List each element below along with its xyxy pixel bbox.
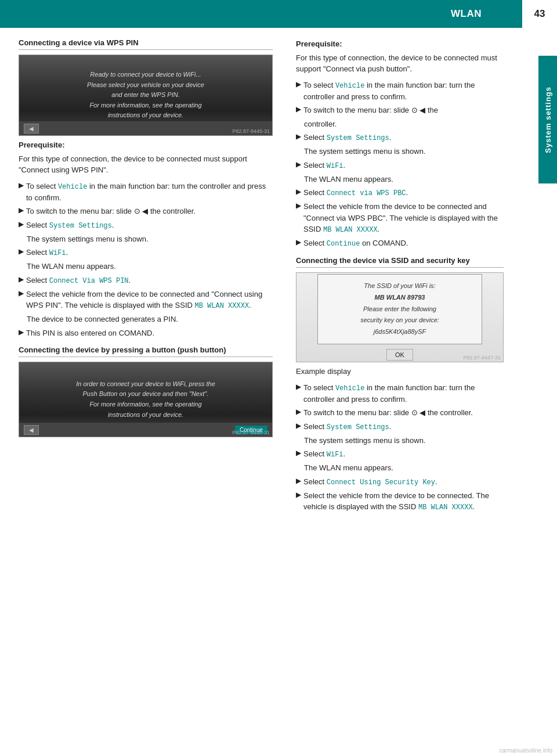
side-tab: System settings xyxy=(538,56,557,183)
bullet-pin-comand: ▶ This PIN is also entered on COMAND. xyxy=(19,327,273,339)
screenshot-ssid: The SSID of your WiFi is: MB WLAN 89793 … xyxy=(296,272,504,362)
ssid-title: The SSID of your WiFi is: xyxy=(364,282,435,289)
sub-system-settings-r2: The system settings menu is shown. xyxy=(304,435,504,447)
bullet-connect-pbc-text: Select Connect via WPS PBC. xyxy=(303,187,408,199)
bullet-system-settings-r2-text: Select System Settings. xyxy=(303,421,391,433)
prerequisite-text-2: For this type of connection, the device … xyxy=(296,52,504,75)
sub-pin-generated: The device to be connected generates a P… xyxy=(27,314,273,325)
section-push-button-heading: Connecting the device by pressing a butt… xyxy=(19,345,273,357)
code-connect-security-key: Connect Using Security Key xyxy=(327,478,435,487)
bullet-wifi-r2: ▶ Select WiFi. xyxy=(296,448,504,460)
arrow-icon-r12: ▶ xyxy=(296,477,301,485)
code-mb-wlan-1: MB WLAN XXXXX xyxy=(195,302,249,310)
sub-system-settings-r1: The system settings menu is shown. xyxy=(304,146,504,157)
bullet-select-vehicle-r2-text: Select the vehicle from the device to be… xyxy=(303,490,504,513)
arrow-icon-r6: ▶ xyxy=(296,201,301,210)
bullet-connect-pbc: ▶ Select Connect via WPS PBC. xyxy=(296,187,504,199)
bullet-select-vehicle-1-text: Select the vehicle from the device to be… xyxy=(26,289,273,312)
bullet-wifi-r1-text: Select WiFi. xyxy=(303,160,345,171)
arrow-icon-r3: ▶ xyxy=(296,132,301,141)
content-area: Connecting a device via WPS PIN Ready to… xyxy=(0,28,557,527)
arrow-icon-2: ▶ xyxy=(19,206,24,214)
bullet-select-vehicle-r2: ▶ Select the vehicle from the device to … xyxy=(296,490,504,513)
arrow-icon-r4: ▶ xyxy=(296,160,301,168)
page-number: 43 xyxy=(522,0,557,28)
left-column: Connecting a device via WPS PIN Ready to… xyxy=(0,28,284,527)
code-wifi-r1: WiFi xyxy=(327,162,343,170)
sub-wifi-r1: The WLAN menu appears. xyxy=(304,174,504,185)
sub-controller-r1: controller. xyxy=(304,118,504,130)
bullet-system-settings-1-text: Select System Settings. xyxy=(26,219,114,231)
sub-system-settings-1: The system settings menu is shown. xyxy=(27,233,273,245)
screenshot-push-button-code: P82.87-9446-31 xyxy=(232,430,270,435)
bullet-slide-r2: ▶ To switch to the menu bar: slide ⊙ ◀ t… xyxy=(296,407,504,419)
bullet-vehicle-r2-text: To select Vehicle in the main function b… xyxy=(303,382,504,405)
arrow-icon-r7: ▶ xyxy=(296,238,301,246)
example-display-label: Example display xyxy=(296,366,504,377)
bullet-vehicle-r1: ▶ To select Vehicle in the main function… xyxy=(296,80,504,103)
screenshot-wps-pin: Ready to connect your device to WiFi... … xyxy=(19,55,273,136)
section-push-button: Connecting the device by pressing a butt… xyxy=(19,345,273,437)
sub-wifi-1: The WLAN menu appears. xyxy=(27,261,273,272)
screenshot-push-button-text: In order to connect your device to WiFi,… xyxy=(70,379,221,420)
bullet-connect-wps-pin-text: Select Connect Via WPS PIN. xyxy=(26,275,131,286)
code-system-settings-r2: System Settings xyxy=(327,423,389,431)
screenshot-wps-pin-code: P82.87-9445-31 xyxy=(232,128,270,134)
bullet-connect-security-key-text: Select Connect Using Security Key. xyxy=(303,476,437,488)
arrow-icon-4: ▶ xyxy=(19,247,24,255)
ssid-key: j6ds5K4tXja88ySF xyxy=(374,328,426,335)
bullet-system-settings-1: ▶ Select System Settings. xyxy=(19,219,273,231)
section-wps-pin: Connecting a device via WPS PIN Ready to… xyxy=(19,38,273,339)
arrow-icon-5: ▶ xyxy=(19,275,24,283)
bullet-vehicle-1: ▶ To select Vehicle in the main function… xyxy=(19,181,273,204)
prerequisite-label-1: Prerequisite: xyxy=(19,139,273,151)
screenshot-back-btn[interactable]: ◀ xyxy=(24,124,39,134)
screenshot-back-btn-2[interactable]: ◀ xyxy=(24,425,39,435)
right-column: Prerequisite: For this type of connectio… xyxy=(284,28,538,527)
header-title: WLAN xyxy=(451,8,482,20)
code-wifi-1: WiFi xyxy=(49,249,66,257)
prerequisite-label-2: Prerequisite: xyxy=(296,38,504,50)
arrow-icon-r2: ▶ xyxy=(296,105,301,113)
bullet-connect-security-key: ▶ Select Connect Using Security Key. xyxy=(296,476,504,488)
code-continue: Continue xyxy=(327,240,360,248)
bullet-slide-r1-text: To switch to the menu bar: slide ⊙ ◀ the xyxy=(303,105,438,116)
ssid-ok-button[interactable]: OK xyxy=(386,349,413,361)
bullet-connect-wps-pin: ▶ Select Connect Via WPS PIN. xyxy=(19,275,273,286)
bullet-system-settings-r1: ▶ Select System Settings. xyxy=(296,132,504,143)
ssid-value: MB WLAN 89793 xyxy=(375,294,425,301)
arrow-icon-7: ▶ xyxy=(19,328,24,336)
watermark: carmanualsoline.info xyxy=(499,747,552,754)
prerequisite-text-1: For this type of connection, the device … xyxy=(19,153,273,176)
code-system-settings-r1: System Settings xyxy=(327,134,389,142)
arrow-icon-6: ▶ xyxy=(19,289,24,297)
bullet-continue-comand: ▶ Select Continue on COMAND. xyxy=(296,237,504,249)
section-ssid-heading: Connecting the device via SSID and secur… xyxy=(296,256,504,268)
screenshot-push-button: In order to connect your device to WiFi,… xyxy=(19,362,273,437)
ssid-note: Please enter the following xyxy=(363,305,436,312)
bullet-pin-comand-text: This PIN is also entered on COMAND. xyxy=(26,327,154,339)
screenshot-wps-pin-text: Ready to connect your device to WiFi... … xyxy=(81,70,210,121)
arrow-icon-r13: ▶ xyxy=(296,491,301,499)
code-system-settings-1: System Settings xyxy=(49,222,112,230)
arrow-icon-r10: ▶ xyxy=(296,422,301,430)
arrow-icon-r9: ▶ xyxy=(296,408,301,416)
bullet-vehicle-r2: ▶ To select Vehicle in the main function… xyxy=(296,382,504,405)
code-vehicle-1: Vehicle xyxy=(58,183,87,191)
bullet-slide-r2-text: To switch to the menu bar: slide ⊙ ◀ the… xyxy=(303,407,473,419)
bullet-wifi-r2-text: Select WiFi. xyxy=(303,448,345,460)
bullet-continue-comand-text: Select Continue on COMAND. xyxy=(303,237,408,249)
bullet-slide-1: ▶ To switch to the menu bar: slide ⊙ ◀ t… xyxy=(19,206,273,217)
bullet-select-vehicle-r1-text: Select the vehicle from the device to be… xyxy=(303,201,504,235)
bullet-slide-1-text: To switch to the menu bar: slide ⊙ ◀ the… xyxy=(26,206,196,217)
section-wps-pin-heading: Connecting a device via WPS PIN xyxy=(19,38,273,50)
code-wifi-r2: WiFi xyxy=(327,451,343,459)
bullet-select-vehicle-1: ▶ Select the vehicle from the device to … xyxy=(19,289,273,312)
bullet-slide-r1: ▶ To switch to the menu bar: slide ⊙ ◀ t… xyxy=(296,105,504,116)
bullet-system-settings-r1-text: Select System Settings. xyxy=(303,132,391,143)
bullet-wifi-r1: ▶ Select WiFi. xyxy=(296,160,504,171)
code-mb-wlan-r1: MB WLAN XXXXX xyxy=(323,226,378,234)
section-ssid-security: Connecting the device via SSID and secur… xyxy=(296,256,504,513)
code-connect-pbc: Connect via WPS PBC xyxy=(327,189,406,197)
code-connect-wps-pin: Connect Via WPS PIN xyxy=(49,277,129,285)
